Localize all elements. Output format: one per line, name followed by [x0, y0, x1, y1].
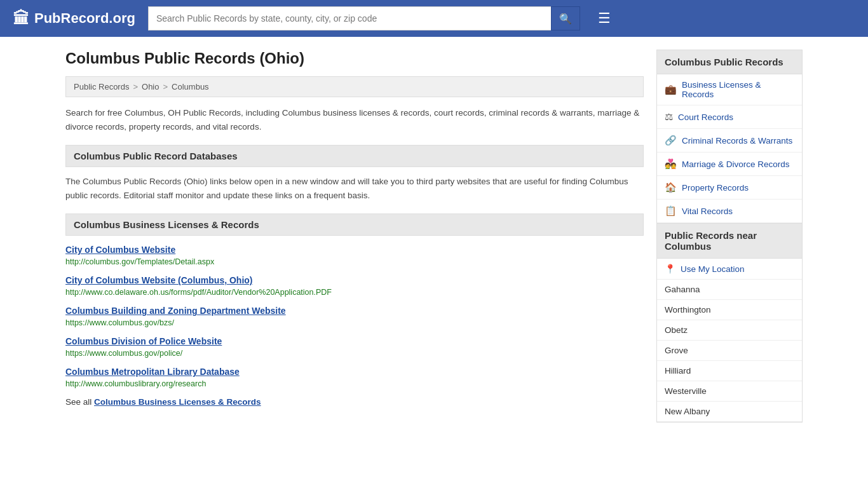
see-all-link[interactable]: Columbus Business Licenses & Records: [94, 397, 261, 407]
see-all-prefix: See all: [65, 397, 94, 407]
sidebar: Columbus Public Records 💼 Business Licen…: [656, 50, 803, 423]
search-input[interactable]: [148, 6, 551, 30]
business-section-header: Columbus Business Licenses & Records: [65, 214, 644, 236]
search-button[interactable]: 🔍: [551, 6, 580, 30]
sidebar-item-marriage-records[interactable]: 💑 Marriage & Divorce Records: [657, 152, 802, 176]
nearby-city-hilliard: Hilliard: [665, 366, 691, 376]
search-area: 🔍: [148, 6, 580, 30]
record-link-url-3[interactable]: https://www.columbus.gov/police/: [65, 349, 182, 358]
record-link-3: Columbus Division of Police Website http…: [65, 336, 644, 358]
sidebar-label-business-licenses: Business Licenses & Records: [682, 80, 794, 99]
sidebar-item-business-licenses[interactable]: 💼 Business Licenses & Records: [657, 74, 802, 105]
sidebar-nearby-obetz[interactable]: Obetz: [657, 320, 802, 341]
see-all-line: See all Columbus Business Licenses & Rec…: [65, 397, 644, 407]
location-pin-icon: 📍: [665, 264, 675, 274]
menu-button[interactable]: ☰: [598, 10, 611, 27]
sidebar-label-court-records: Court Records: [678, 112, 733, 122]
logo-text: PubRecord.org: [34, 10, 135, 27]
main-container: Columbus Public Records (Ohio) Public Re…: [53, 37, 815, 448]
record-link-0: City of Columbus Website http://columbus…: [65, 245, 644, 266]
sidebar-label-vital-records: Vital Records: [682, 207, 733, 216]
sidebar-use-location[interactable]: 📍 Use My Location: [657, 259, 802, 280]
sidebar-nearby-worthington[interactable]: Worthington: [657, 300, 802, 320]
breadcrumb-columbus: Columbus: [172, 82, 209, 92]
sidebar-use-location-label: Use My Location: [681, 264, 745, 274]
record-link-title-2[interactable]: Columbus Building and Zoning Department …: [65, 306, 644, 316]
nearby-city-gahanna: Gahanna: [665, 285, 700, 294]
record-link-1: City of Columbus Website (Columbus, Ohio…: [65, 275, 644, 297]
marriage-icon: 💑: [665, 158, 677, 170]
sidebar-nearby-grove[interactable]: Grove: [657, 341, 802, 361]
sidebar-item-criminal-records[interactable]: 🔗 Criminal Records & Warrants: [657, 129, 802, 152]
record-link-title-0[interactable]: City of Columbus Website: [65, 245, 644, 255]
site-header: 🏛 PubRecord.org 🔍 ☰: [0, 0, 868, 37]
handcuffs-icon: 🔗: [665, 135, 677, 146]
briefcase-icon: 💼: [665, 84, 677, 95]
sidebar-nearby-westerville[interactable]: Westerville: [657, 381, 802, 402]
logo-icon: 🏛: [13, 9, 29, 29]
sidebar-nearby-new-albany[interactable]: New Albany: [657, 402, 802, 422]
house-icon: 🏠: [665, 182, 677, 193]
sidebar-item-court-records[interactable]: ⚖ Court Records: [657, 105, 802, 129]
sidebar-nearby-title: Public Records near Columbus: [657, 223, 802, 259]
page-description: Search for free Columbus, OH Public Reco…: [65, 106, 644, 133]
scales-icon: ⚖: [665, 111, 673, 123]
record-link-2: Columbus Building and Zoning Department …: [65, 306, 644, 327]
columbus-records-box: Columbus Public Records 💼 Business Licen…: [656, 50, 803, 423]
databases-section-header: Columbus Public Record Databases: [65, 145, 644, 167]
databases-description: The Columbus Public Records (Ohio) links…: [65, 175, 644, 202]
breadcrumb: Public Records > Ohio > Columbus: [65, 76, 644, 97]
nearby-city-worthington: Worthington: [665, 305, 711, 315]
record-link-url-0[interactable]: http://columbus.gov/Templates/Detail.asp…: [65, 257, 214, 266]
nearby-city-new-albany: New Albany: [665, 407, 710, 416]
record-link-title-3[interactable]: Columbus Division of Police Website: [65, 336, 644, 346]
hamburger-icon: ☰: [598, 10, 611, 26]
breadcrumb-public-records[interactable]: Public Records: [74, 82, 129, 92]
record-link-url-4[interactable]: http://www.columbuslibrary.org/research: [65, 379, 206, 388]
sidebar-item-property-records[interactable]: 🏠 Property Records: [657, 176, 802, 200]
sidebar-label-property-records: Property Records: [682, 183, 749, 193]
page-title: Columbus Public Records (Ohio): [65, 50, 644, 67]
record-link-url-2[interactable]: https://www.columbus.gov/bzs/: [65, 318, 174, 327]
sidebar-item-vital-records[interactable]: 📋 Vital Records: [657, 200, 802, 223]
sidebar-nearby-hilliard[interactable]: Hilliard: [657, 361, 802, 381]
record-link-4: Columbus Metropolitan Library Database h…: [65, 367, 644, 388]
content-area: Columbus Public Records (Ohio) Public Re…: [65, 50, 644, 423]
sidebar-columbus-title: Columbus Public Records: [657, 50, 802, 74]
sidebar-nearby-gahanna[interactable]: Gahanna: [657, 280, 802, 300]
sidebar-label-marriage-records: Marriage & Divorce Records: [682, 159, 790, 169]
sidebar-label-criminal-records: Criminal Records & Warrants: [682, 136, 792, 146]
search-icon: 🔍: [559, 13, 572, 25]
clipboard-icon: 📋: [665, 205, 677, 217]
record-link-title-1[interactable]: City of Columbus Website (Columbus, Ohio…: [65, 275, 644, 285]
record-link-url-1[interactable]: http://www.co.delaware.oh.us/forms/pdf/A…: [65, 288, 332, 297]
nearby-city-obetz: Obetz: [665, 325, 688, 335]
breadcrumb-ohio[interactable]: Ohio: [142, 82, 159, 92]
nearby-city-westerville: Westerville: [665, 386, 707, 396]
record-link-title-4[interactable]: Columbus Metropolitan Library Database: [65, 367, 644, 377]
nearby-city-grove: Grove: [665, 346, 688, 355]
logo[interactable]: 🏛 PubRecord.org: [13, 9, 135, 29]
